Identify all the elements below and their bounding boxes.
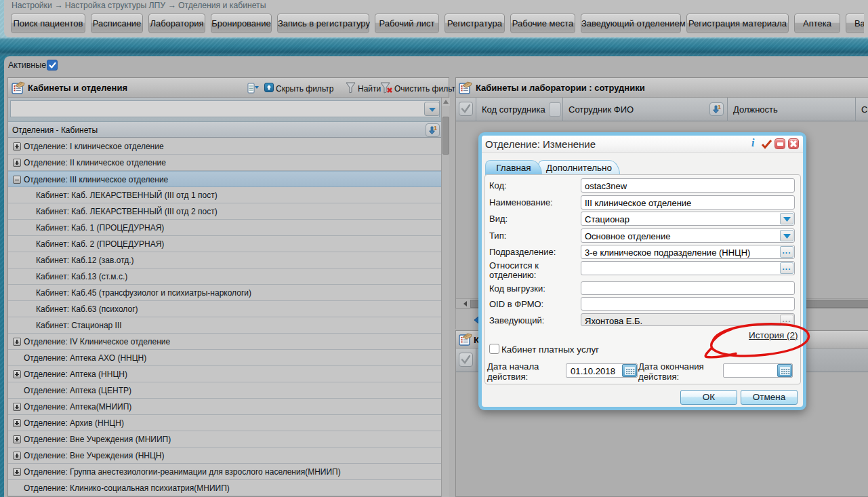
svg-text:1: 1 bbox=[718, 104, 721, 111]
svg-text:1: 1 bbox=[434, 125, 437, 132]
